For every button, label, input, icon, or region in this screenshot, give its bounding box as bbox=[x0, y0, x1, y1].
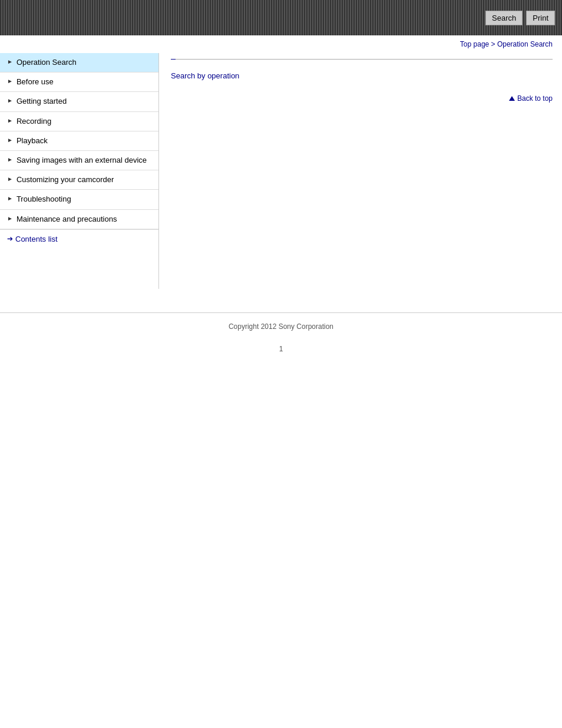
footer: Copyright 2012 Sony Corporation bbox=[0, 312, 562, 340]
page-title-bar bbox=[171, 59, 553, 60]
breadcrumb-current: Operation Search bbox=[497, 40, 553, 48]
back-to-top-link[interactable]: Back to top bbox=[509, 94, 553, 103]
contents-list-link[interactable]: ➔ Contents list bbox=[0, 229, 158, 248]
title-rule bbox=[176, 59, 553, 60]
sidebar-item-operation-search[interactable]: ► Operation Search bbox=[0, 53, 158, 73]
blue-accent-bar bbox=[171, 59, 176, 60]
sidebar-item-before-use[interactable]: ► Before use bbox=[0, 73, 158, 92]
sidebar-item-recording[interactable]: ► Recording bbox=[0, 112, 158, 131]
sidebar-item-getting-started[interactable]: ► Getting started bbox=[0, 92, 158, 111]
copyright-text: Copyright 2012 Sony Corporation bbox=[229, 322, 333, 331]
print-button[interactable]: Print bbox=[526, 11, 555, 25]
back-to-top-row: Back to top bbox=[171, 94, 553, 103]
section-content: Search by operation bbox=[171, 65, 553, 92]
breadcrumb: Top page > Operation Search bbox=[0, 35, 562, 53]
arrow-icon-getting-started: ► bbox=[7, 97, 13, 104]
sidebar-item-label-getting-started: Getting started bbox=[16, 96, 67, 107]
search-by-operation-link[interactable]: Search by operation bbox=[171, 71, 239, 80]
arrow-icon-playback: ► bbox=[7, 137, 13, 143]
arrow-icon-saving-images: ► bbox=[7, 156, 13, 163]
search-button[interactable]: Search bbox=[485, 11, 523, 25]
sidebar-item-label-maintenance: Maintenance and precautions bbox=[16, 214, 117, 225]
sidebar-item-label-before-use: Before use bbox=[16, 77, 54, 87]
arrow-icon-operation-search: ► bbox=[7, 58, 13, 65]
arrow-icon-before-use: ► bbox=[7, 78, 13, 84]
sidebar-item-troubleshooting[interactable]: ► Troubleshooting bbox=[0, 190, 158, 209]
contents-list-label: Contents list bbox=[15, 235, 58, 243]
breadcrumb-separator: > bbox=[489, 40, 497, 48]
sidebar-item-label-troubleshooting: Troubleshooting bbox=[16, 194, 71, 205]
sidebar-item-label-saving-images: Saving images with an external device bbox=[16, 155, 147, 166]
page-number-value: 1 bbox=[279, 345, 283, 353]
triangle-up-icon bbox=[509, 96, 515, 101]
contents-list-arrow-icon: ➔ bbox=[7, 235, 13, 243]
layout: ► Operation Search ► Before use ► Gettin… bbox=[0, 53, 562, 289]
sidebar-item-label-recording: Recording bbox=[16, 116, 51, 127]
sidebar-item-maintenance[interactable]: ► Maintenance and precautions bbox=[0, 210, 158, 229]
header: Search Print bbox=[0, 0, 562, 35]
sidebar-item-saving-images[interactable]: ► Saving images with an external device bbox=[0, 151, 158, 170]
sidebar: ► Operation Search ► Before use ► Gettin… bbox=[0, 53, 159, 289]
sidebar-item-playback[interactable]: ► Playback bbox=[0, 131, 158, 151]
sidebar-item-label-playback: Playback bbox=[16, 136, 48, 146]
arrow-icon-maintenance: ► bbox=[7, 215, 13, 222]
sidebar-item-customizing[interactable]: ► Customizing your camcorder bbox=[0, 170, 158, 190]
sidebar-item-label-customizing: Customizing your camcorder bbox=[16, 174, 114, 185]
back-to-top-label: Back to top bbox=[517, 94, 553, 103]
page-number: 1 bbox=[0, 340, 562, 358]
sidebar-item-label-operation-search: Operation Search bbox=[16, 57, 77, 68]
arrow-icon-recording: ► bbox=[7, 117, 13, 124]
arrow-icon-troubleshooting: ► bbox=[7, 195, 13, 202]
arrow-icon-customizing: ► bbox=[7, 176, 13, 182]
breadcrumb-top-page[interactable]: Top page bbox=[460, 40, 489, 48]
main-content: Search by operation Back to top bbox=[159, 53, 562, 289]
